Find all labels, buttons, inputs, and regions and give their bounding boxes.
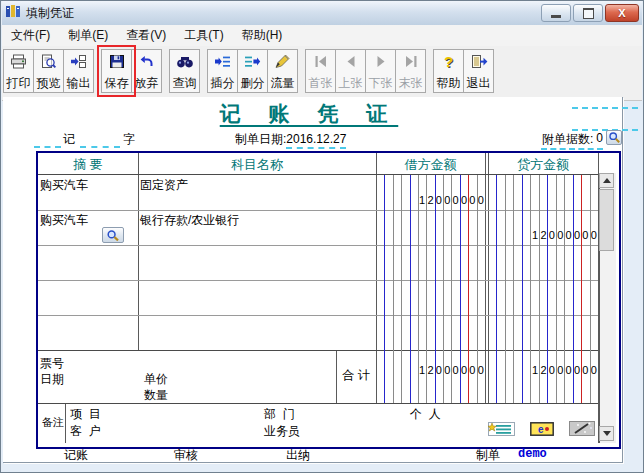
unit-price-label: 单价 <box>144 371 168 388</box>
bookkeeping-label: 记账 <box>64 447 88 464</box>
total-label: 合 计 <box>338 367 374 384</box>
account-cell[interactable]: 固定资产 <box>140 177 372 208</box>
remark-label: 备注 <box>42 415 64 430</box>
minimize-button[interactable] <box>541 4 571 22</box>
toolbar-button-exit[interactable]: 退出 <box>463 49 494 93</box>
scroll-down-button[interactable] <box>599 426 614 441</box>
table-border <box>138 153 139 350</box>
close-button[interactable]: X <box>605 4 639 22</box>
summary-cell[interactable] <box>40 247 134 278</box>
printer-icon <box>10 53 27 70</box>
cashier-label: 出纳 <box>286 447 310 464</box>
menu-item-2[interactable]: 制单(E) <box>59 24 117 47</box>
flow-icon <box>274 53 291 70</box>
make-date-value[interactable]: 2016.12.27 <box>286 132 346 149</box>
ticket-label: 票号 <box>40 355 64 372</box>
help-icon: ? <box>444 53 453 70</box>
audit-label: 审核 <box>174 447 198 464</box>
insert-row-icon <box>214 53 231 70</box>
menu-item-4[interactable]: 工具(T) <box>175 24 232 47</box>
menu-item-5[interactable]: 帮助(H) <box>233 24 292 47</box>
toolbar-button-save[interactable]: 保存 <box>101 49 132 93</box>
preview-icon <box>40 53 57 70</box>
delete-row-icon <box>244 53 261 70</box>
table-border <box>336 350 337 403</box>
toolbar-button-label: 输出 <box>67 77 91 90</box>
search-icon <box>176 53 194 70</box>
col-header-account: 科目名称 <box>138 156 376 174</box>
save-icon <box>109 53 125 70</box>
col-header-summary: 摘 要 <box>38 156 138 174</box>
voucher-table: 摘 要科目名称借方金额贷方金额购买汽车固定资产12000000购买汽车银行存款/… <box>36 151 621 449</box>
scroll-up-button[interactable] <box>599 173 614 188</box>
toolbar-button-help[interactable]: ?帮助 <box>433 49 464 93</box>
table-border <box>65 403 66 443</box>
menu-item-1[interactable]: 文件(F) <box>2 24 59 47</box>
department-label: 部 门 <box>264 406 295 423</box>
preparer-name: demo <box>518 447 547 461</box>
customer-label: 客 户 <box>70 423 101 440</box>
account-cell[interactable]: 银行存款/农业银行 <box>140 212 372 243</box>
account-lookup-button[interactable] <box>102 227 124 243</box>
voucher-word-left: 记 <box>63 131 75 148</box>
title-bar: 填制凭证 X <box>2 1 642 26</box>
menu-item-3[interactable]: 查看(V) <box>117 24 175 47</box>
undo-icon <box>138 53 155 70</box>
toolbar-button-first-page[interactable]: 首张 <box>305 49 336 93</box>
footer-date-label: 日期 <box>40 371 64 388</box>
wand-icon[interactable] <box>569 421 595 440</box>
summary-cell[interactable] <box>40 282 134 313</box>
voucher-workspace: 记 账 凭 证 记 字 制单日期:2016.12.27 附单据数: 0 摘 要科… <box>3 97 623 463</box>
voucher-type-field[interactable] <box>34 146 61 148</box>
summary-cell[interactable]: 购买汽车 <box>40 177 134 208</box>
account-cell[interactable] <box>140 247 372 278</box>
toolbar-button-next-page[interactable]: 下张 <box>365 49 396 93</box>
scroll-up-icon <box>603 178 611 183</box>
toolbar-button-prev-page[interactable]: 上张 <box>335 49 366 93</box>
toolbar-button-label: 末张 <box>399 77 423 90</box>
toolbar-button-search[interactable]: 查询 <box>169 49 200 93</box>
col-header-credit: 贷方金额 <box>488 156 598 174</box>
toolbar-button-printer[interactable]: 打印 <box>3 49 34 93</box>
toolbar-button-label: 预览 <box>37 77 61 90</box>
voucher-title: 记 账 凭 证 <box>3 100 615 128</box>
toolbar-button-label: 上张 <box>339 77 363 90</box>
scrollbar-thumb[interactable] <box>599 189 614 251</box>
summary-cell[interactable] <box>40 317 134 348</box>
svg-text:e: e <box>538 424 544 435</box>
credit-amount-cell[interactable]: 12000000 <box>488 210 598 245</box>
exit-icon <box>470 53 488 70</box>
toolbar-button-preview[interactable]: 预览 <box>33 49 64 93</box>
app-icon <box>5 4 21 23</box>
export-icon <box>70 53 87 70</box>
account-cell[interactable] <box>140 282 372 313</box>
app-window: 填制凭证 X 文件(F)制单(E)查看(V)工具(T)帮助(H) 打印 预览 输… <box>0 0 644 473</box>
toolbar-button-delete-row[interactable]: 删分 <box>237 49 268 93</box>
toolbar-button-insert-row[interactable]: 插分 <box>207 49 238 93</box>
restore-button[interactable] <box>573 4 603 22</box>
voucher-number-field[interactable] <box>80 146 120 148</box>
toolbar-button-flow[interactable]: 流量 <box>267 49 298 93</box>
toolbar-button-label: 流量 <box>271 77 295 90</box>
credit-total[interactable]: 12000000 <box>488 350 598 403</box>
debit-total[interactable]: 12000000 <box>376 350 485 403</box>
note-icon[interactable] <box>488 422 515 440</box>
toolbar-button-last-page[interactable]: 末张 <box>395 49 426 93</box>
attach-count-value[interactable]: 0 <box>579 131 603 145</box>
toolbar-button-label: 退出 <box>467 77 491 90</box>
make-date: 制单日期:2016.12.27 <box>235 131 346 148</box>
close-icon: X <box>618 8 625 19</box>
toolbar-button-undo[interactable]: 放弃 <box>131 49 162 93</box>
currency-field-line[interactable] <box>572 107 638 109</box>
next-page-icon <box>373 53 389 70</box>
remark-border <box>38 403 598 404</box>
voucher-word-right: 字 <box>123 131 135 148</box>
attach-field-line[interactable] <box>541 148 603 150</box>
attach-lookup-button[interactable] <box>606 130 622 145</box>
mail-screen-icon[interactable]: e <box>530 422 554 440</box>
debit-amount-cell[interactable]: 12000000 <box>376 175 485 210</box>
restore-icon <box>583 8 594 19</box>
first-page-icon <box>313 53 329 70</box>
toolbar-button-export[interactable]: 输出 <box>63 49 94 93</box>
account-cell[interactable] <box>140 317 372 348</box>
